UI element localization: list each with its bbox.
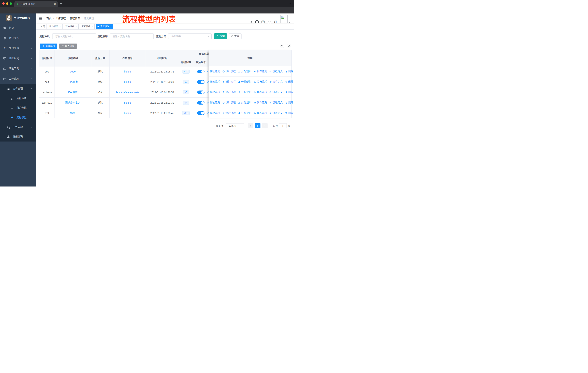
action-design-process[interactable]: 设计流程 [222, 101, 236, 104]
traffic-minimize-button[interactable] [6, 2, 8, 5]
action-process-definition[interactable]: 流程定义 [269, 111, 283, 115]
breadcrumb-separator: / [82, 17, 82, 20]
action-design-process[interactable]: 设计流程 [222, 70, 236, 73]
tag-process-form[interactable]: 流程表单✕ [80, 24, 94, 29]
tag-my-process[interactable]: 我的流程✕ [64, 24, 79, 29]
action-process-definition[interactable]: 流程定义 [269, 91, 283, 94]
action-assign-rule[interactable]: 分配规则 [238, 70, 251, 73]
action-publish-process[interactable]: 发布流程 [254, 91, 267, 94]
filter-key-input[interactable] [52, 33, 96, 39]
sidebar-item-user-group[interactable]: 用户分组 [0, 103, 36, 113]
action-publish-process[interactable]: 发布流程 [254, 80, 267, 83]
action-edit-process[interactable]: 修改流程 [207, 111, 220, 115]
action-delete[interactable]: 删除 [285, 111, 293, 115]
version-badge[interactable]: v17 [182, 70, 189, 74]
action-assign-rule[interactable]: 分配规则 [238, 111, 251, 115]
active-toggle[interactable] [197, 80, 205, 84]
tag-tenant[interactable]: 租户管理✕ [48, 24, 63, 29]
create-process-button[interactable]: 新建流程 [40, 43, 57, 49]
tag-process-model[interactable]: 流程模型✕ [96, 24, 113, 29]
avatar-broken-image[interactable] [280, 15, 288, 23]
sidebar-item-home[interactable]: 首页 [0, 23, 36, 33]
cell-form-link[interactable]: biubiu [109, 108, 146, 118]
search-button[interactable]: 搜索 [214, 33, 227, 39]
new-tab-button[interactable]: + [60, 2, 62, 5]
goto-page-input[interactable] [279, 123, 287, 128]
toggle-search-button[interactable] [280, 44, 284, 48]
cell-form-link[interactable]: biubiu [109, 66, 146, 77]
next-page-button[interactable] [262, 123, 268, 128]
browser-tab[interactable]: 芋道管理系统 ✕ [14, 1, 58, 7]
import-process-button[interactable]: 导入流程 [59, 43, 77, 49]
cell-name-link[interactable]: 滔博 [54, 108, 91, 118]
cell-name-link[interactable]: eeee [54, 66, 91, 77]
cell-name-link[interactable]: 自己审批 [54, 77, 91, 87]
action-edit-process[interactable]: 修改流程 [207, 80, 220, 83]
traffic-zoom-button[interactable] [10, 2, 12, 5]
prev-page-button[interactable] [248, 123, 253, 128]
action-process-definition[interactable]: 流程定义 [269, 101, 283, 104]
active-toggle[interactable] [197, 91, 205, 94]
action-design-process[interactable]: 设计流程 [222, 111, 236, 115]
reset-button[interactable]: 重置 [229, 33, 242, 39]
sidebar-item-system[interactable]: 系统管理 [0, 33, 36, 43]
action-delete[interactable]: 删除 [285, 70, 293, 73]
tag-close-icon[interactable]: ✕ [110, 25, 112, 28]
sidebar-item-infra[interactable]: 基础设施 [0, 53, 36, 64]
breadcrumb-item[interactable]: 流程管理 [70, 17, 80, 20]
action-process-definition[interactable]: 流程定义 [269, 70, 283, 73]
tag-close-icon[interactable]: ✕ [91, 25, 93, 28]
action-edit-process[interactable]: 修改流程 [207, 70, 220, 73]
cell-name-link[interactable]: OA 请假 [54, 87, 91, 97]
sidebar-item-process-management[interactable]: 流程管理 [0, 84, 36, 94]
action-delete[interactable]: 删除 [285, 101, 293, 104]
breadcrumb-item[interactable]: 工作流程 [56, 17, 66, 20]
active-toggle[interactable] [197, 101, 205, 105]
avatar-caret-down-icon[interactable] [289, 22, 291, 23]
sidebar-item-payment[interactable]: ¥ 支付管理 [0, 43, 36, 53]
current-page[interactable]: 1 [255, 123, 261, 128]
cell-form-link[interactable]: /bpm/oa/leave/create [109, 87, 146, 97]
action-edit-process[interactable]: 修改流程 [207, 91, 220, 94]
filter-name-input[interactable] [110, 33, 154, 39]
action-assign-rule[interactable]: 分配规则 [238, 91, 251, 94]
tab-close-icon[interactable]: ✕ [54, 3, 56, 5]
cell-form-link[interactable]: biubiu [109, 97, 146, 108]
action-delete[interactable]: 删除 [285, 80, 293, 83]
version-badge[interactable]: v5 [183, 90, 189, 94]
action-publish-process[interactable]: 发布流程 [254, 111, 267, 115]
sidebar-item-task-management[interactable]: 任务管理 [0, 122, 36, 132]
active-toggle[interactable] [197, 111, 205, 115]
tab-search-chevron-icon[interactable] [289, 2, 292, 5]
refresh-table-button[interactable] [287, 44, 291, 48]
active-toggle[interactable] [197, 70, 205, 73]
filter-category-select[interactable]: 流程分类 [168, 33, 212, 39]
action-publish-process[interactable]: 发布流程 [254, 70, 267, 73]
tag-close-icon[interactable]: ✕ [75, 25, 77, 28]
action-assign-rule[interactable]: 分配规则 [238, 101, 251, 104]
action-edit-process[interactable]: 修改流程 [207, 101, 220, 104]
version-badge[interactable]: v21 [182, 111, 189, 115]
action-delete[interactable]: 删除 [285, 91, 293, 94]
sidebar-logo[interactable]: 芋道管理系统 [0, 13, 36, 23]
sidebar-item-leave-query[interactable]: 请假查询 [0, 132, 36, 141]
page-size-select[interactable]: 10条/页 [226, 123, 244, 128]
breadcrumb-item[interactable]: 首页 [46, 17, 52, 20]
cell-name-link[interactable]: 测试多审批人 [54, 97, 91, 108]
tag-home[interactable]: 首页 [39, 24, 46, 29]
sidebar-item-devtools[interactable]: 研发工具 [0, 64, 36, 74]
tag-close-icon[interactable]: ✕ [59, 25, 61, 28]
action-design-process[interactable]: 设计流程 [222, 91, 236, 94]
traffic-close-button[interactable] [2, 2, 5, 5]
version-badge[interactable]: v4 [183, 101, 189, 105]
hamburger-fold-icon[interactable] [39, 17, 42, 20]
action-publish-process[interactable]: 发布流程 [254, 101, 267, 104]
cell-form-link[interactable]: biubiu [109, 77, 146, 87]
sidebar-item-workflow[interactable]: 工作流程 [0, 74, 36, 84]
sidebar-item-process-form[interactable]: 流程表单 [0, 94, 36, 103]
action-process-definition[interactable]: 流程定义 [269, 80, 283, 83]
action-design-process[interactable]: 设计流程 [222, 80, 236, 83]
action-assign-rule[interactable]: 分配规则 [238, 80, 251, 83]
sidebar-item-process-model[interactable]: 流程模型 [0, 113, 36, 122]
version-badge[interactable]: v2 [183, 80, 189, 84]
